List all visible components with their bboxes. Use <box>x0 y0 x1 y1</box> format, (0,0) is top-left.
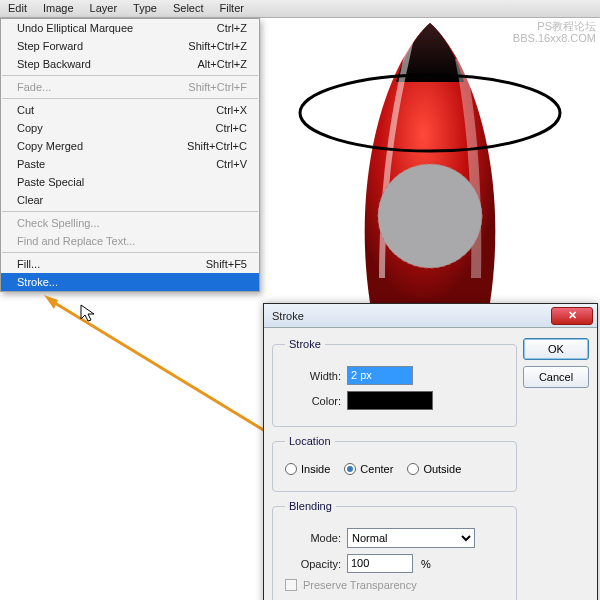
opacity-label: Opacity: <box>285 558 341 570</box>
cancel-button[interactable]: Cancel <box>523 366 589 388</box>
menu-type[interactable]: Type <box>125 0 165 17</box>
radio-inside[interactable] <box>285 463 297 475</box>
menu-item[interactable]: Fill...Shift+F5 <box>1 255 259 273</box>
radio-center[interactable] <box>344 463 356 475</box>
dialog-titlebar[interactable]: Stroke ✕ <box>264 304 597 328</box>
blending-group: Blending Mode: Normal Opacity: 100 % Pre… <box>272 500 517 600</box>
menu-filter[interactable]: Filter <box>212 0 252 17</box>
cursor-icon <box>80 304 98 322</box>
rocket-illustration <box>260 18 600 303</box>
location-group: Location Inside Center Outside <box>272 435 517 492</box>
width-label: Width: <box>285 370 341 382</box>
watermark: PS教程论坛BBS.16xx8.COM <box>513 20 596 44</box>
svg-point-0 <box>378 164 482 268</box>
canvas-area: PS教程论坛BBS.16xx8.COM <box>260 18 600 303</box>
menu-item: Fade...Shift+Ctrl+F <box>1 78 259 96</box>
menu-item[interactable]: CutCtrl+X <box>1 101 259 119</box>
svg-marker-3 <box>44 295 58 309</box>
menu-item[interactable]: PasteCtrl+V <box>1 155 259 173</box>
menu-item[interactable]: Undo Elliptical MarqueeCtrl+Z <box>1 19 259 37</box>
color-swatch[interactable] <box>347 391 433 410</box>
color-label: Color: <box>285 395 341 407</box>
menu-select[interactable]: Select <box>165 0 212 17</box>
ok-button[interactable]: OK <box>523 338 589 360</box>
menu-item: Check Spelling... <box>1 214 259 232</box>
opacity-input[interactable]: 100 <box>347 554 413 573</box>
radio-outside[interactable] <box>407 463 419 475</box>
close-button[interactable]: ✕ <box>551 307 593 325</box>
preserve-checkbox[interactable] <box>285 579 297 591</box>
stroke-group: Stroke Width: 2 px Color: <box>272 338 517 427</box>
width-input[interactable]: 2 px <box>347 366 413 385</box>
menu-item[interactable]: Clear <box>1 191 259 209</box>
menu-item[interactable]: Step BackwardAlt+Ctrl+Z <box>1 55 259 73</box>
menu-item[interactable]: CopyCtrl+C <box>1 119 259 137</box>
edit-menu-dropdown: Undo Elliptical MarqueeCtrl+ZStep Forwar… <box>0 18 260 292</box>
preserve-label: Preserve Transparency <box>303 579 417 591</box>
menu-item[interactable]: Paste Special <box>1 173 259 191</box>
menu-item[interactable]: Copy MergedShift+Ctrl+C <box>1 137 259 155</box>
menu-layer[interactable]: Layer <box>82 0 126 17</box>
menu-item[interactable]: Stroke... <box>1 273 259 291</box>
menu-bar: Edit Image Layer Type Select Filter <box>0 0 600 18</box>
annotation-line <box>40 295 300 495</box>
menu-item[interactable]: Step ForwardShift+Ctrl+Z <box>1 37 259 55</box>
mode-select[interactable]: Normal <box>347 528 475 548</box>
menu-item: Find and Replace Text... <box>1 232 259 250</box>
menu-image[interactable]: Image <box>35 0 82 17</box>
stroke-dialog: Stroke ✕ Stroke Width: 2 px Color: Locat… <box>263 303 598 600</box>
menu-edit[interactable]: Edit <box>0 0 35 17</box>
dialog-title: Stroke <box>272 310 551 322</box>
mode-label: Mode: <box>285 532 341 544</box>
close-icon: ✕ <box>568 309 577 322</box>
